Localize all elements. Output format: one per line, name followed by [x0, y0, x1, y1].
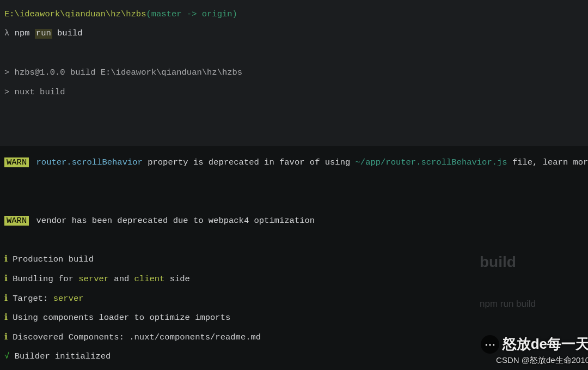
info-icon: ℹ — [4, 313, 8, 323]
prompt-symbol: λ — [4, 28, 9, 38]
info-bundling: Bundling for — [13, 274, 78, 284]
wechat-icon: ⋯ — [481, 335, 499, 354]
warn1-text: property is deprecated in favor of using — [143, 157, 356, 167]
warn2-text: vendor has been deprecated due to webpac… — [36, 216, 315, 226]
watermark-text: 怒放de每一天 — [503, 336, 588, 353]
info-client: client — [134, 274, 165, 284]
warn1-prop: router.scrollBehavior — [36, 157, 143, 167]
spawn-line-1: > hzbs@1.0.0 build E:\ideawork\qianduan\… — [0, 68, 588, 78]
info-production: Production build — [13, 254, 94, 264]
terminal-output: E:\ideawork\qianduan\hz\hzbs(master -> o… — [0, 0, 588, 370]
info-target-value: server — [53, 294, 84, 304]
info-icon: ℹ — [4, 274, 8, 284]
ghost-heading: build — [480, 253, 516, 271]
git-branch: (master -> origin) — [146, 9, 237, 19]
cmd-run: run — [35, 29, 52, 39]
info-icon: ℹ — [4, 332, 8, 342]
ok-builder: Builder initialized — [15, 351, 111, 361]
cwd-path: E:\ideawork\qianduan\hz\hzbs — [4, 9, 146, 19]
warn-badge: WARN — [4, 216, 29, 226]
info-server: server — [78, 274, 109, 284]
warn1-tail: file, learn more: https://nuxtjs.o — [507, 157, 588, 167]
info-target: Target: — [13, 294, 53, 304]
info-components: Using components loader to optimize impo… — [13, 313, 230, 323]
watermark: ⋯ 怒放de每一天 — [481, 335, 588, 354]
cmd-build: build — [52, 28, 83, 38]
ghost-cmd: npm run build — [480, 299, 536, 310]
cmd-npm: npm — [15, 28, 35, 38]
warn-badge: WARN — [4, 157, 29, 167]
info-icon: ℹ — [4, 254, 8, 264]
csdn-attribution: CSDN @怒放de生命2010 — [496, 355, 588, 365]
check-icon: √ — [4, 351, 9, 361]
spawn-line-2: > nuxt build — [0, 88, 588, 98]
warn1-path: ~/app/router.scrollBehavior.js — [356, 157, 507, 167]
info-icon: ℹ — [4, 294, 8, 304]
info-discovered: Discovered Components: .nuxt/components/… — [13, 332, 261, 342]
